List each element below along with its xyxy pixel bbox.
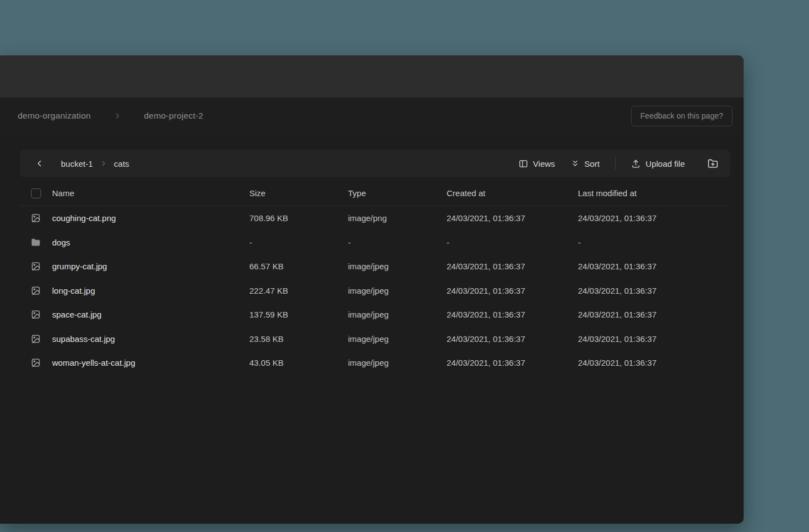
views-button[interactable]: Views	[511, 155, 563, 173]
cell-created: 24/03/2021, 01:36:37	[447, 286, 578, 295]
table-row[interactable]: grumpy-cat.jpg 66.57 KB image/jpeg 24/03…	[20, 254, 730, 279]
cell-name: coughing-cat.png	[52, 213, 249, 223]
sort-button[interactable]: Sort	[563, 155, 608, 173]
column-header-size[interactable]: Size	[249, 188, 348, 198]
cell-modified: 24/03/2021, 01:36:37	[578, 286, 719, 295]
table-row[interactable]: long-cat.jpg 222.47 KB image/jpeg 24/03/…	[20, 279, 730, 303]
table-row[interactable]: coughing-cat.png 708.96 KB image/png 24/…	[20, 206, 730, 231]
app-window: demo-organization demo-project-2 Feedbac…	[0, 55, 744, 524]
cell-size: 66.57 KB	[249, 262, 348, 271]
chevrons-down-icon	[571, 159, 580, 168]
column-header-created-at[interactable]: Created at	[447, 188, 578, 198]
header-checkbox-cell	[31, 188, 52, 198]
cell-name: dogs	[52, 238, 249, 247]
chevron-left-icon	[34, 158, 44, 168]
columns-layout-icon	[519, 159, 528, 168]
cell-size: 43.05 KB	[249, 358, 348, 367]
image-icon	[31, 286, 52, 295]
column-header-name[interactable]: Name	[52, 188, 249, 198]
sort-button-label: Sort	[585, 159, 600, 168]
toolbar-actions: Views Sort Upload file	[511, 154, 723, 173]
create-folder-button[interactable]	[703, 154, 723, 173]
table-row[interactable]: dogs - - - -	[20, 231, 730, 255]
image-icon	[31, 213, 52, 223]
path-breadcrumb: bucket-1 cats	[61, 159, 129, 168]
image-icon	[31, 262, 52, 271]
cell-created: 24/03/2021, 01:36:37	[447, 310, 578, 319]
table-row[interactable]: woman-yells-at-cat.jpg 43.05 KB image/jp…	[20, 351, 730, 375]
table-row[interactable]: supabass-cat.jpg 23.58 KB image/jpeg 24/…	[20, 327, 730, 351]
file-browser: bucket-1 cats Views Sort	[20, 150, 730, 375]
cell-type: image/jpeg	[348, 358, 447, 367]
path-segment-bucket[interactable]: bucket-1	[61, 159, 93, 168]
column-header-type[interactable]: Type	[348, 188, 447, 198]
feedback-button[interactable]: Feedback on this page?	[631, 106, 733, 126]
cell-created: 24/03/2021, 01:36:37	[447, 262, 578, 271]
column-header-last-modified-at[interactable]: Last modified at	[578, 188, 719, 198]
cell-type: image/jpeg	[348, 286, 447, 295]
table-row[interactable]: space-cat.jpg 137.59 KB image/jpeg 24/03…	[20, 303, 730, 327]
cell-modified: 24/03/2021, 01:36:37	[578, 310, 719, 319]
cell-type: image/jpeg	[348, 262, 447, 271]
explorer-toolbar: bucket-1 cats Views Sort	[20, 150, 730, 177]
folder-icon	[31, 238, 52, 247]
cell-type: -	[348, 238, 447, 247]
breadcrumb-organization[interactable]: demo-organization	[18, 111, 91, 121]
path-segment-folder[interactable]: cats	[114, 159, 130, 168]
cell-name: supabass-cat.jpg	[52, 334, 249, 344]
cell-type: image/png	[348, 213, 447, 223]
folder-plus-icon	[708, 158, 718, 169]
file-table-body: coughing-cat.png 708.96 KB image/png 24/…	[20, 206, 730, 375]
cell-name: space-cat.jpg	[52, 310, 249, 319]
breadcrumb-project[interactable]: demo-project-2	[144, 111, 203, 121]
cell-created: 24/03/2021, 01:36:37	[447, 213, 578, 223]
cell-type: image/jpeg	[348, 334, 447, 344]
cell-modified: 24/03/2021, 01:36:37	[578, 358, 719, 367]
cell-size: 222.47 KB	[249, 286, 348, 295]
upload-file-button-label: Upload file	[646, 159, 685, 168]
cell-created: -	[447, 238, 578, 247]
cell-name: grumpy-cat.jpg	[52, 262, 249, 271]
cell-modified: -	[578, 238, 719, 247]
cell-type: image/jpeg	[348, 310, 447, 319]
cell-size: 23.58 KB	[249, 334, 348, 344]
image-icon	[31, 334, 52, 344]
cell-name: long-cat.jpg	[52, 286, 249, 295]
image-icon	[31, 358, 52, 367]
cell-created: 24/03/2021, 01:36:37	[447, 358, 578, 367]
cell-modified: 24/03/2021, 01:36:37	[578, 334, 719, 344]
table-header-row: Name Size Type Created at Last modified …	[20, 181, 730, 206]
toolbar-divider	[615, 157, 616, 170]
upload-icon	[631, 159, 641, 168]
back-button[interactable]	[32, 156, 47, 171]
cell-created: 24/03/2021, 01:36:37	[447, 334, 578, 344]
cell-modified: 24/03/2021, 01:36:37	[578, 262, 719, 271]
cell-size: 708.96 KB	[249, 213, 348, 223]
cell-name: woman-yells-at-cat.jpg	[52, 358, 249, 367]
cell-modified: 24/03/2021, 01:36:37	[578, 213, 719, 223]
views-button-label: Views	[533, 159, 555, 168]
chevron-right-icon	[100, 160, 107, 167]
upload-file-button[interactable]: Upload file	[623, 155, 693, 173]
cell-size: 137.59 KB	[249, 310, 348, 319]
chevron-right-icon	[113, 111, 122, 120]
cell-size: -	[249, 238, 348, 247]
image-icon	[31, 310, 52, 319]
select-all-checkbox[interactable]	[31, 188, 41, 198]
window-topbar	[0, 55, 744, 98]
org-breadcrumb-bar: demo-organization demo-project-2 Feedbac…	[0, 98, 744, 134]
